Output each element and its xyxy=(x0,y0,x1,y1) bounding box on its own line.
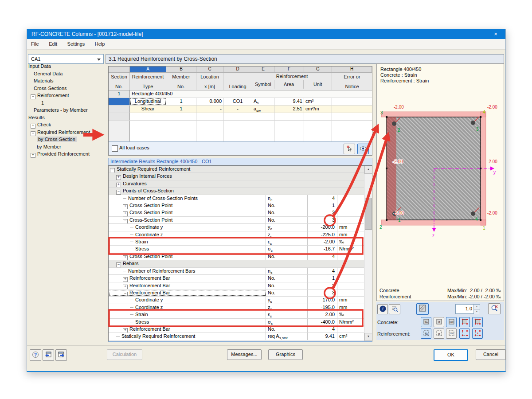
result-row[interactable]: −Statically Required Reinforcement xyxy=(109,166,364,173)
graphics-button[interactable]: Graphics xyxy=(268,349,303,360)
tree-by-member[interactable]: by Member xyxy=(37,144,61,150)
tree-general-data[interactable]: General Data xyxy=(34,70,63,77)
strain-band-bottom xyxy=(381,220,486,225)
tree-check[interactable]: +Check xyxy=(31,121,51,128)
scale-value[interactable]: 1.0 xyxy=(456,305,473,313)
result-row[interactable]: −Rebars xyxy=(109,260,364,267)
menu-settings[interactable]: Settings xyxy=(63,39,89,49)
footer-divider xyxy=(27,345,505,346)
load-case-bar: All load cases xyxy=(109,141,372,155)
section-group-row[interactable]: 1 Rectangle 400/450 xyxy=(109,90,372,98)
concrete-point-numbers-button[interactable] xyxy=(472,317,483,327)
pick-result-button[interactable] xyxy=(344,144,355,154)
result-row[interactable]: +Cross-Section PointNo.2 xyxy=(109,209,364,216)
back-window-icon xyxy=(45,351,52,358)
view-result-button[interactable] xyxy=(357,144,369,154)
scroll-down-icon[interactable]: ▼ xyxy=(364,333,372,341)
spin-up-icon: ▲ xyxy=(474,305,480,309)
tree-by-cross-section[interactable]: by Cross-Section xyxy=(37,136,77,143)
result-row-concrete-stress[interactable]: Stressσc-16.7N/mm² xyxy=(109,246,364,253)
concrete-strain-button[interactable]: ‰ xyxy=(421,317,431,327)
cross-section-panel: Rectangle 400/450 Concrete : Strain Rein… xyxy=(376,63,504,301)
reset-zoom-button[interactable] xyxy=(488,303,501,314)
result-row[interactable]: +Design Internal Forces xyxy=(109,173,364,180)
tree-required-reinforcement[interactable]: −Required Reinforcement xyxy=(31,129,90,136)
collapse-icon[interactable]: − xyxy=(31,131,35,136)
result-row[interactable]: +Cross-Section PointNo.4 xyxy=(109,253,364,260)
expand-icon[interactable]: + xyxy=(31,153,35,158)
result-row-statically-required[interactable]: Statically Required Reinforcementreq As,… xyxy=(109,333,364,340)
previous-module-button[interactable] xyxy=(43,349,54,361)
result-row[interactable]: Number of Cross-Section Pointsnc4 xyxy=(109,195,364,202)
scroll-up-icon[interactable]: ▲ xyxy=(364,166,372,174)
reinf-stress-button[interactable]: σ xyxy=(434,329,444,339)
collapse-icon[interactable]: − xyxy=(31,94,35,99)
title-bar[interactable]: RF-CONCRETE Columns - [001712-model-file… xyxy=(27,29,505,39)
result-details-button[interactable] xyxy=(389,304,400,314)
cross-section-drawing: y z 3 4 2 1 2 3 1 4 -2.00 -2.00 -2.00 xyxy=(377,64,505,286)
menu-edit[interactable]: Edit xyxy=(45,39,61,49)
messages-button[interactable]: Messages... xyxy=(227,349,262,360)
result-row[interactable]: +Cross-Section PointNo.1 xyxy=(109,202,364,209)
result-row-point-3[interactable]: −Cross-Section PointNo.3 xyxy=(109,217,364,224)
spinner-arrows[interactable]: ▲▼ xyxy=(473,305,480,313)
result-row[interactable]: Coordinate yys170.0mm xyxy=(109,297,364,304)
y-axis-label: y xyxy=(493,170,496,175)
tree-results[interactable]: Results xyxy=(28,114,45,121)
tree-input-data[interactable]: Input Data xyxy=(28,63,51,70)
strain-tl: -2.00 xyxy=(394,105,404,110)
result-row[interactable]: −Points of Cross-Section xyxy=(109,188,364,195)
expand-icon[interactable]: + xyxy=(31,124,35,129)
result-row[interactable]: +Reinforcement BarNo.2 xyxy=(109,282,364,289)
app-window: RF-CONCRETE Columns - [001712-model-file… xyxy=(27,29,506,372)
reinf-strain-button[interactable]: ‰ xyxy=(421,329,431,339)
result-row-concrete-strain[interactable]: Strainεc-2.00‰ xyxy=(109,239,364,246)
scrollbar[interactable]: ▲ ▼ xyxy=(364,166,372,341)
tree-reinforcement[interactable]: −Reinforcement xyxy=(31,92,69,99)
scroll-thumb[interactable] xyxy=(365,198,372,230)
reinf-point-numbers-button[interactable] xyxy=(472,329,483,339)
hatching-toggle-button[interactable] xyxy=(416,303,429,315)
case-selector[interactable]: CA1 xyxy=(28,54,104,64)
concrete-points-button[interactable] xyxy=(459,317,470,327)
result-row-bar-3[interactable]: −Reinforcement BarNo.3 xyxy=(109,289,364,297)
help-icon: ? xyxy=(32,351,39,358)
next-module-button[interactable] xyxy=(55,349,67,361)
result-row[interactable]: Coordinate zzs-195.0mm xyxy=(109,304,364,311)
strain-band-left xyxy=(387,117,396,220)
shear-row[interactable]: Shear 1 - - asw 2.51 cm²/m xyxy=(109,106,372,113)
menu-help[interactable]: Help xyxy=(91,39,109,49)
intermediate-results-table: −Statically Required Reinforcement +Desi… xyxy=(108,165,372,342)
info-button[interactable]: i xyxy=(377,304,388,314)
cancel-button[interactable]: Cancel xyxy=(476,349,506,360)
reinf-values-button[interactable]: 0.00 xyxy=(446,329,457,339)
scale-spinner[interactable]: 1.0 ▲▼ xyxy=(455,304,480,314)
tree-provided-reinforcement[interactable]: +Provided Reinforcement xyxy=(31,151,90,157)
all-load-cases-checkbox[interactable] xyxy=(112,145,118,152)
result-row[interactable]: +Curvatures xyxy=(109,180,364,188)
rebar-2 xyxy=(392,121,396,126)
longitudinal-row[interactable]: Longitudinal 1 0.000 CO1 As 9.41 cm² xyxy=(109,98,372,106)
concrete-values-button[interactable]: 0.00 xyxy=(446,317,457,327)
reinf-points-button[interactable] xyxy=(459,329,470,339)
corner-label-1: 1 xyxy=(483,226,485,231)
result-row[interactable]: Coordinate zzc-225.0mm xyxy=(109,231,364,239)
ok-button[interactable]: OK xyxy=(434,349,468,361)
result-row[interactable]: Coordinate yyc-200.0mm xyxy=(109,224,364,231)
concrete-stress-button[interactable]: σ xyxy=(434,317,444,327)
help-button[interactable]: ? xyxy=(30,349,41,361)
tree-reinforcement-1[interactable]: 1 xyxy=(41,100,44,106)
result-row[interactable]: +Reinforcement BarNo.4 xyxy=(109,326,364,333)
result-row[interactable]: +Reinforcement BarNo.1 xyxy=(109,275,364,282)
strain-br: -2.00 xyxy=(487,211,497,215)
column-letter-a[interactable]: A xyxy=(130,66,166,72)
menu-file[interactable]: File xyxy=(27,39,43,49)
result-row[interactable]: Number of Reinforcement Barsns4 xyxy=(109,268,364,275)
close-icon[interactable]: × xyxy=(486,29,505,39)
tree-parameters-by-member[interactable]: Parameters - by Member xyxy=(34,107,88,113)
reinforcement-group-header: Reinforcement Symbol Area Unit xyxy=(252,73,332,90)
tree-cross-sections[interactable]: Cross-Sections xyxy=(34,85,67,92)
result-row-rebar-stress[interactable]: Stressσs-400.0N/mm² xyxy=(109,319,364,326)
tree-materials[interactable]: Materials xyxy=(34,78,54,84)
result-row-rebar-strain[interactable]: Strainεs-2.00‰ xyxy=(109,311,364,318)
